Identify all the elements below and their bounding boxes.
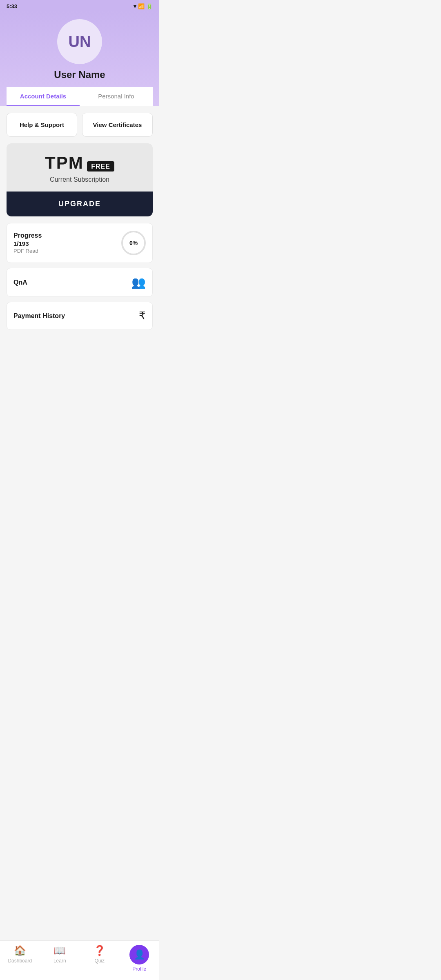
payment-history-title: Payment History — [13, 312, 65, 320]
subscription-title-row: TPM FREE — [15, 153, 145, 173]
progress-info-left: Progress 1/193 PDF Read — [13, 232, 42, 254]
subscription-label: Current Subscription — [15, 176, 145, 183]
progress-count: 1/193 — [13, 240, 42, 247]
progress-sub-label: PDF Read — [13, 248, 42, 254]
upgrade-button[interactable]: UPGRADE — [7, 192, 153, 216]
wifi-icon: ▾ — [134, 3, 136, 9]
tab-account-details[interactable]: Account Details — [7, 87, 80, 106]
signal-icon: 📶 — [138, 3, 145, 9]
tab-personal-info[interactable]: Personal Info — [80, 87, 153, 106]
rupee-icon: ₹ — [139, 310, 146, 322]
help-support-button[interactable]: Help & Support — [7, 113, 77, 137]
profile-header: UN User Name Account Details Personal In… — [0, 11, 159, 106]
avatar: UN — [57, 19, 102, 64]
progress-circle: 0% — [121, 231, 146, 255]
profile-tabs: Account Details Personal Info — [7, 87, 153, 106]
qna-title: QnA — [13, 279, 27, 286]
progress-card: Progress 1/193 PDF Read 0% — [7, 223, 153, 263]
subscription-card: TPM FREE Current Subscription UPGRADE — [7, 143, 153, 216]
subscription-body: TPM FREE Current Subscription — [7, 143, 153, 192]
group-icon: 👥 — [131, 276, 146, 289]
status-icons: ▾ 📶 🔋 — [134, 3, 153, 9]
view-certificates-button[interactable]: View Certificates — [82, 113, 153, 137]
main-content: Help & Support View Certificates TPM FRE… — [0, 106, 159, 378]
action-row: Help & Support View Certificates — [7, 113, 153, 137]
user-name: User Name — [54, 69, 105, 80]
qna-card[interactable]: QnA 👥 — [7, 268, 153, 297]
payment-history-card[interactable]: Payment History ₹ — [7, 302, 153, 330]
status-time: 5:33 — [7, 3, 17, 9]
subscription-title: TPM — [45, 153, 84, 172]
battery-icon: 🔋 — [146, 3, 153, 9]
subscription-badge: FREE — [87, 161, 114, 172]
progress-title: Progress — [13, 232, 42, 239]
progress-percent: 0% — [129, 240, 138, 246]
status-bar: 5:33 ▾ 📶 🔋 — [0, 0, 159, 11]
